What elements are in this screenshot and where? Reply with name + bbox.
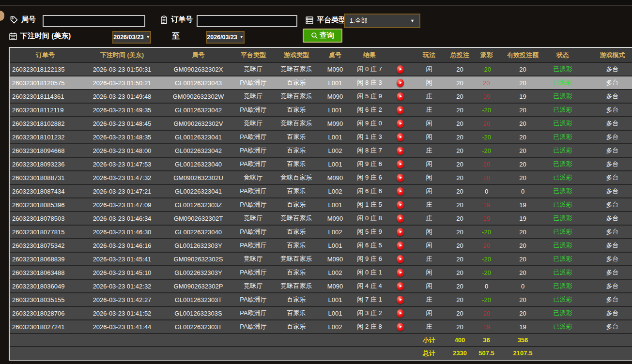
table-row[interactable]: 260323018122135 2026-03-23 01:50:31 GM09…	[10, 62, 632, 76]
cell-round: GL0012632303S	[163, 306, 233, 320]
cell-valid-bet: 20	[500, 130, 546, 144]
play-video-button[interactable]	[397, 147, 404, 155]
table-row[interactable]: 260323018120575 2026-03-23 01:50:21 GL00…	[10, 76, 632, 90]
cell-valid-bet: 20	[500, 306, 546, 320]
play-video-button[interactable]	[397, 106, 404, 114]
play-video-button[interactable]	[397, 323, 404, 331]
date-from-picker[interactable]: 2026/03/23 ▼	[112, 31, 151, 44]
subtotal-mode-spacer	[580, 334, 632, 347]
play-video-button[interactable]	[397, 92, 404, 101]
play-video-button[interactable]	[397, 242, 404, 250]
platform-type-select[interactable]: 1.全部 ▼	[344, 14, 420, 28]
play-video-button[interactable]	[397, 269, 404, 277]
cell-total-bet: 20	[447, 90, 473, 103]
col-header-total-bet: 总投注	[447, 48, 473, 62]
table-row[interactable]: 260323018085396 2026-03-23 01:47:09 GL00…	[10, 198, 632, 212]
table-row[interactable]: 260323018036049 2026-03-23 01:42:32 GM09…	[10, 279, 632, 293]
cell-payout: 20	[473, 171, 500, 184]
subtotal-label: 小计	[412, 334, 447, 347]
top-divider	[0, 5, 632, 6]
table-row[interactable]: 260323018035155 2026-03-23 01:42:27 GL00…	[10, 293, 632, 306]
cell-total-bet: 20	[447, 76, 473, 90]
cell-time: 2026-03-23 01:45:41	[81, 252, 163, 266]
table-row[interactable]: 260323018093236 2026-03-23 01:47:53 GL00…	[10, 157, 632, 171]
table-row[interactable]: 260323018101232 2026-03-23 01:48:35 GL00…	[10, 130, 632, 144]
table-row[interactable]: 260323018063488 2026-03-23 01:45:10 GL00…	[10, 266, 632, 279]
cell-round: GL0012632303Z	[163, 198, 233, 212]
query-button[interactable]: 查询	[303, 29, 342, 43]
cell-status: 已派彩	[546, 239, 580, 252]
cell-game-mode: 多台	[580, 239, 632, 252]
play-video-button[interactable]	[397, 296, 404, 304]
play-video-button[interactable]	[397, 120, 404, 128]
cell-game-mode: 多台	[580, 171, 632, 184]
col-header-platform: 平台类型	[233, 48, 273, 62]
cell-order: 260323018087434	[10, 184, 81, 198]
tag-icon	[10, 15, 18, 24]
table-row[interactable]: 260323018114361 2026-03-23 01:49:48 GM09…	[10, 90, 632, 103]
table-row[interactable]: 260323018028706 2026-03-23 01:41:52 GL00…	[10, 306, 632, 320]
play-video-button[interactable]	[397, 79, 404, 87]
play-video-button[interactable]	[397, 201, 404, 209]
cell-play-type: 闲	[412, 184, 447, 198]
cell-total-bet: 20	[447, 239, 473, 252]
cell-order: 260323018122135	[10, 62, 81, 76]
cell-payout: -20	[473, 130, 500, 144]
cell-video	[388, 320, 412, 334]
cell-result: 闲 3 庄 2	[351, 306, 388, 320]
cell-status: 已派彩	[546, 103, 580, 117]
cell-table: M090	[320, 279, 351, 293]
play-video-button[interactable]	[397, 65, 404, 74]
table-row[interactable]: 260323018075342 2026-03-23 01:46:16 GL00…	[10, 239, 632, 252]
play-video-button[interactable]	[397, 309, 404, 318]
cell-valid-bet: 20	[500, 76, 546, 90]
play-video-button[interactable]	[397, 282, 404, 290]
col-header-order: 订单号	[10, 48, 81, 62]
grand-total-label: 总计	[412, 347, 447, 360]
play-video-button[interactable]	[397, 228, 404, 236]
play-video-button[interactable]	[397, 160, 404, 168]
table-row[interactable]: 260323018078503 2026-03-23 01:46:34 GM09…	[10, 212, 632, 225]
grand-total-total-bet: 2330	[447, 347, 473, 360]
table-row[interactable]: 260323018027241 2026-03-23 01:41:44 GL00…	[10, 320, 632, 334]
cell-payout: 19	[473, 212, 500, 225]
play-video-button[interactable]	[397, 187, 404, 196]
order-number-input[interactable]	[197, 15, 297, 27]
cell-status: 已派彩	[546, 90, 580, 103]
table-row[interactable]: 260323018068839 2026-03-23 01:45:41 GM09…	[10, 252, 632, 266]
cell-order: 260323018102882	[10, 117, 81, 130]
cell-game-mode: 多台	[580, 252, 632, 266]
cell-result: 闲 0 庄 7	[351, 62, 388, 76]
cell-round: GM0902632302V	[163, 117, 233, 130]
play-video-button[interactable]	[397, 214, 404, 223]
cell-order: 260323018088731	[10, 171, 81, 184]
cell-order: 260323018093236	[10, 157, 81, 171]
cell-total-bet: 20	[447, 117, 473, 130]
cell-round: GM0902632302X	[163, 62, 233, 76]
cell-game-mode: 多台	[580, 130, 632, 144]
cell-game-type: 百家乐	[273, 266, 320, 279]
cell-platform: PA欧洲厅	[233, 144, 273, 157]
cell-play-type: 闲	[412, 62, 447, 76]
date-to-picker[interactable]: 2026/03/23 ▼	[206, 31, 245, 44]
play-video-button[interactable]	[397, 133, 404, 141]
cell-valid-bet: 20	[500, 157, 546, 171]
table-row[interactable]: 260323018087434 2026-03-23 01:47:21 GL00…	[10, 184, 632, 198]
play-video-button[interactable]	[397, 255, 404, 263]
cell-valid-bet: 20	[500, 171, 546, 184]
cell-play-type: 闲	[412, 157, 447, 171]
order-number-label: 订单号	[171, 15, 193, 24]
cell-game-type: 百家乐	[273, 306, 320, 320]
table-row[interactable]: 260323018094668 2026-03-23 01:48:00 GL00…	[10, 144, 632, 157]
cell-valid-bet: 20	[500, 252, 546, 266]
col-header-valid-bet: 有效投注额	[500, 48, 546, 62]
bet-time-label: 下注时间 (美东)	[20, 31, 71, 41]
table-row[interactable]: 260323018112119 2026-03-23 01:49:35 GL00…	[10, 103, 632, 117]
table-row[interactable]: 260323018077815 2026-03-23 01:46:30 GL00…	[10, 225, 632, 239]
cell-game-type: 百家乐	[273, 293, 320, 306]
panel-collapse-handle[interactable]	[0, 11, 4, 21]
table-row[interactable]: 260323018088731 2026-03-23 01:47:32 GM09…	[10, 171, 632, 184]
round-number-input[interactable]	[43, 15, 145, 27]
table-row[interactable]: 260323018102882 2026-03-23 01:48:45 GM09…	[10, 117, 632, 130]
play-video-button[interactable]	[397, 174, 404, 182]
